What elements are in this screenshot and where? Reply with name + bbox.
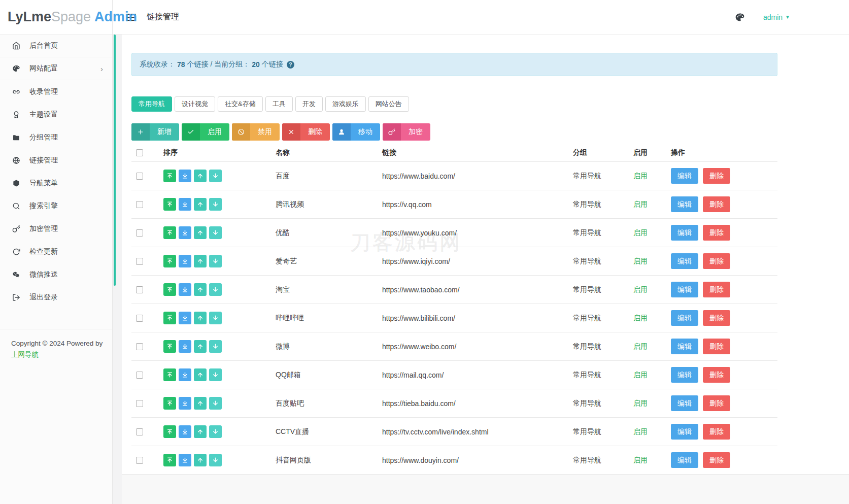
- sort-top-button[interactable]: [163, 340, 176, 353]
- tab-games[interactable]: 游戏娱乐: [325, 96, 366, 112]
- sort-down-button[interactable]: [209, 397, 222, 410]
- sort-up-button[interactable]: [194, 312, 207, 324]
- theme-palette-button[interactable]: [735, 12, 745, 22]
- sidebar-scrollbar[interactable]: [114, 35, 116, 286]
- edit-button[interactable]: 编辑: [671, 196, 698, 212]
- sort-bottom-button[interactable]: [179, 226, 191, 239]
- row-checkbox[interactable]: [136, 229, 143, 237]
- sidebar-item-collection[interactable]: 收录管理: [0, 80, 112, 103]
- sort-down-button[interactable]: [209, 454, 222, 466]
- brand-logo[interactable]: LyLmeSpageAdmin: [0, 0, 112, 35]
- sidebar-item-nav-menu[interactable]: 导航菜单: [0, 172, 112, 194]
- user-menu[interactable]: admin ▼: [763, 13, 790, 21]
- sort-bottom-button[interactable]: [179, 170, 191, 182]
- edit-button[interactable]: 编辑: [671, 367, 698, 383]
- row-checkbox[interactable]: [136, 400, 143, 407]
- edit-button[interactable]: 编辑: [671, 168, 698, 184]
- sort-top-button[interactable]: [163, 255, 176, 267]
- sort-up-button[interactable]: [194, 340, 207, 353]
- row-checkbox[interactable]: [136, 258, 143, 265]
- sidebar-item-theme[interactable]: 主题设置: [0, 103, 112, 126]
- sort-bottom-button[interactable]: [179, 397, 191, 410]
- delete-button[interactable]: 删除: [282, 123, 330, 141]
- sidebar-item-links[interactable]: 链接管理: [0, 149, 112, 172]
- delete-button[interactable]: 删除: [703, 452, 730, 468]
- sort-up-button[interactable]: [194, 283, 207, 296]
- sort-up-button[interactable]: [194, 255, 207, 267]
- sort-top-button[interactable]: [163, 283, 176, 296]
- row-checkbox[interactable]: [136, 343, 143, 350]
- sort-up-button[interactable]: [194, 226, 207, 239]
- tab-design-visual[interactable]: 设计视觉: [175, 96, 215, 112]
- sort-top-button[interactable]: [163, 226, 176, 239]
- sort-up-button[interactable]: [194, 454, 207, 466]
- move-button[interactable]: 移动: [332, 123, 380, 141]
- sort-bottom-button[interactable]: [179, 283, 191, 296]
- sidebar-item-search-engine[interactable]: 搜索引擎: [0, 194, 112, 217]
- sort-bottom-button[interactable]: [179, 255, 191, 267]
- disable-button[interactable]: 禁用: [232, 123, 280, 141]
- delete-button[interactable]: 删除: [703, 395, 730, 411]
- row-checkbox[interactable]: [136, 286, 143, 293]
- sidebar-item-dashboard[interactable]: 后台首页: [0, 35, 112, 57]
- tab-dev[interactable]: 开发: [295, 96, 323, 112]
- row-checkbox[interactable]: [136, 201, 143, 208]
- sort-up-button[interactable]: [194, 425, 207, 438]
- sort-down-button[interactable]: [209, 283, 222, 296]
- sort-top-button[interactable]: [163, 454, 176, 466]
- sidebar-item-check-update[interactable]: 检查更新: [0, 240, 112, 263]
- sidebar-item-groups[interactable]: 分组管理: [0, 126, 112, 149]
- edit-button[interactable]: 编辑: [671, 225, 698, 241]
- sort-down-button[interactable]: [209, 340, 222, 353]
- sidebar-item-wechat-push[interactable]: 微信推送: [0, 263, 112, 286]
- sort-down-button[interactable]: [209, 255, 222, 267]
- edit-button[interactable]: 编辑: [671, 282, 698, 297]
- edit-button[interactable]: 编辑: [671, 395, 698, 411]
- delete-button[interactable]: 删除: [703, 196, 730, 212]
- edit-button[interactable]: 编辑: [671, 452, 698, 468]
- sort-bottom-button[interactable]: [179, 198, 191, 211]
- row-checkbox[interactable]: [136, 428, 143, 435]
- delete-button[interactable]: 删除: [703, 367, 730, 383]
- delete-button[interactable]: 删除: [703, 253, 730, 269]
- sort-down-button[interactable]: [209, 198, 222, 211]
- tab-tools[interactable]: 工具: [265, 96, 293, 112]
- sidebar-item-encryption[interactable]: 加密管理: [0, 217, 112, 240]
- edit-button[interactable]: 编辑: [671, 339, 698, 354]
- edit-button[interactable]: 编辑: [671, 310, 698, 326]
- edit-button[interactable]: 编辑: [671, 424, 698, 440]
- tab-common-nav[interactable]: 常用导航: [131, 96, 172, 112]
- sort-top-button[interactable]: [163, 170, 176, 182]
- sort-bottom-button[interactable]: [179, 340, 191, 353]
- delete-button[interactable]: 删除: [703, 339, 730, 354]
- sort-down-button[interactable]: [209, 368, 222, 381]
- copyright-link[interactable]: 上网导航: [11, 349, 39, 360]
- sort-bottom-button[interactable]: [179, 454, 191, 466]
- sort-top-button[interactable]: [163, 425, 176, 438]
- delete-button[interactable]: 删除: [703, 310, 730, 326]
- sort-up-button[interactable]: [194, 368, 207, 381]
- delete-button[interactable]: 删除: [703, 424, 730, 440]
- encrypt-button[interactable]: 加密: [383, 123, 430, 141]
- sort-bottom-button[interactable]: [179, 425, 191, 438]
- sort-down-button[interactable]: [209, 226, 222, 239]
- sort-down-button[interactable]: [209, 170, 222, 182]
- sort-top-button[interactable]: [163, 198, 176, 211]
- sort-top-button[interactable]: [163, 312, 176, 324]
- sidebar-item-site-config[interactable]: 网站配置 ›: [0, 57, 112, 80]
- sort-up-button[interactable]: [194, 198, 207, 211]
- edit-button[interactable]: 编辑: [671, 253, 698, 269]
- sort-bottom-button[interactable]: [179, 312, 191, 324]
- tab-site-notice[interactable]: 网站公告: [368, 96, 409, 112]
- row-checkbox[interactable]: [136, 457, 143, 464]
- row-checkbox[interactable]: [136, 372, 143, 379]
- tab-social-storage[interactable]: 社交&存储: [218, 96, 263, 112]
- row-checkbox[interactable]: [136, 315, 143, 322]
- sort-top-button[interactable]: [163, 397, 176, 410]
- sidebar-item-logout[interactable]: 退出登录: [0, 286, 112, 309]
- help-icon[interactable]: ?: [287, 61, 294, 69]
- sort-bottom-button[interactable]: [179, 368, 191, 381]
- sort-down-button[interactable]: [209, 425, 222, 438]
- delete-button[interactable]: 删除: [703, 168, 730, 184]
- sort-up-button[interactable]: [194, 397, 207, 410]
